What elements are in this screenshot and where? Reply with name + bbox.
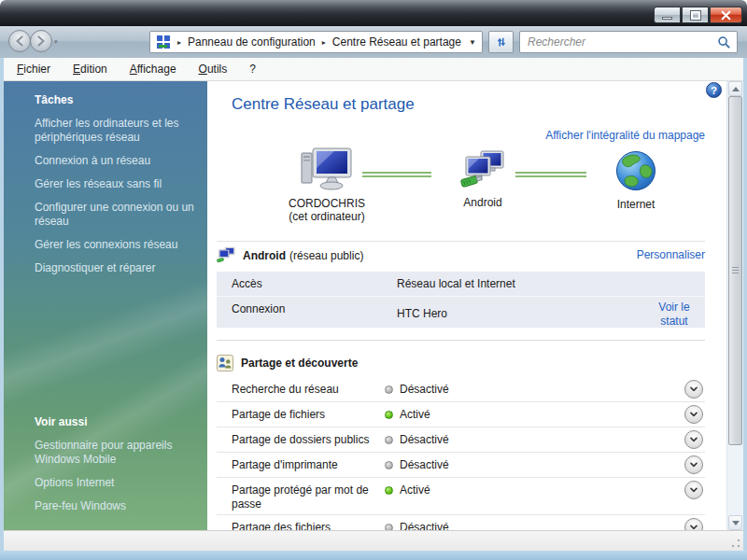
scrollbar-thumb[interactable] [728,96,742,445]
sharing-row-status: Désactivé [400,458,449,471]
menu-help[interactable]: ? [249,63,256,76]
sidebar-item-connect-network[interactable]: Connexion à un réseau [35,154,196,168]
map-node-label: Internet [571,198,701,211]
sidebar-item-setup-connection[interactable]: Configurer une connexion ou un réseau [35,201,196,229]
navigation-bar: ▾ ▸ Panneau de configuration ▸ Centre Ré… [0,26,747,58]
access-row: Accès Réseau local et Internet [217,272,705,297]
expand-button[interactable] [684,481,703,499]
sharing-row-password-protected: Partage protégé par mot de passe Activé [217,478,705,515]
menu-bar: Fichier Edition Affichage Outils ? [4,58,743,81]
access-value: Réseau local et Internet [397,272,705,296]
connection-label: Connexion [217,297,397,328]
sharing-row-label: Recherche du réseau [217,377,385,397]
breadcrumb-arrow-icon: ▸ [322,38,326,47]
menu-edition[interactable]: Edition [73,63,107,76]
address-bar[interactable]: ▸ Panneau de configuration ▸ Centre Rése… [149,31,483,53]
status-dot-icon [385,385,393,394]
sharing-row-label: Partage de fichiers [217,402,385,422]
sidebar-item-internet-options[interactable]: Options Internet [35,476,196,490]
section-divider [217,241,705,242]
forward-button[interactable] [30,30,52,52]
chevron-down-icon [688,484,699,496]
page-title: Centre Réseau et partage [232,95,415,114]
chevron-down-icon [688,409,699,420]
back-arrow-icon [14,35,25,47]
scroll-down-button[interactable] [728,515,742,530]
address-dropdown-icon[interactable]: ▼ [469,38,476,47]
vertical-scrollbar[interactable] [726,81,743,530]
sharing-row-printer: Partage d'imprimante Désactivé [217,453,705,478]
expand-button[interactable] [684,455,703,474]
search-icon[interactable] [717,35,731,49]
control-panel-icon [156,35,171,49]
status-bar [4,530,743,551]
window-bottom-frame [0,551,747,560]
access-label: Accès [217,272,397,296]
search-input[interactable] [526,35,717,49]
expand-button[interactable] [684,430,703,449]
back-button[interactable] [8,30,31,52]
status-dot-icon [385,436,393,444]
sidebar-item-diagnose-repair[interactable]: Diagnostiquer et réparer [35,261,196,275]
sharing-row-status: Désactivé [400,521,449,530]
see-also-header: Voir aussi [35,415,196,428]
sidebar-item-windows-firewall[interactable]: Pare-feu Windows [35,499,196,513]
connection-row: Connexion HTC Hero Voir le statut [217,297,705,329]
maximize-button[interactable] [682,7,709,23]
task-pane: Tâches Afficher les ordinateurs et les p… [4,81,207,530]
resize-grip[interactable] [730,538,741,549]
forward-arrow-icon [35,35,47,47]
view-status-link[interactable]: Voir le statut [647,301,701,329]
network-mini-icon [217,246,235,264]
sharing-row-status: Désactivé [400,433,449,446]
map-node-sublabel: (cet ordinateur) [252,210,402,223]
sharing-row-label: Partage protégé par mot de passe [217,478,385,511]
chevron-down-icon [688,434,699,445]
close-icon [721,10,731,21]
sharing-row-status: Désactivé [400,383,449,396]
sidebar-item-manage-connections[interactable]: Gérer les connexions réseau [35,238,196,252]
tasks-header: Tâches [35,93,196,106]
minimize-icon [662,17,672,20]
network-kind: (réseau public) [289,249,363,262]
chevron-down-icon [688,459,699,470]
network-details: Accès Réseau local et Internet Connexion… [217,272,705,329]
expand-button[interactable] [684,518,703,530]
breadcrumb-item-network-center[interactable]: Centre Réseau et partage [332,35,461,49]
close-button[interactable] [710,7,742,23]
section-divider [217,340,705,341]
minimize-button[interactable] [654,7,681,23]
map-node-network[interactable]: Android [417,150,548,209]
sharing-people-icon [217,355,233,371]
status-dot-icon [385,461,393,469]
sidebar-item-manage-wireless[interactable]: Gérer les réseaux sans fil [35,177,196,191]
menu-outils[interactable]: Outils [199,63,228,76]
expand-button[interactable] [684,380,703,399]
scroll-up-button[interactable] [728,81,742,96]
view-full-map-link[interactable]: Afficher l'intégralité du mappage [545,129,705,142]
expand-button[interactable] [684,405,703,424]
menu-affichage[interactable]: Affichage [130,63,176,76]
chevron-down-icon [688,384,699,395]
status-dot-icon [385,524,393,531]
sidebar-item-windows-mobile[interactable]: Gestionnaire pour appareils Windows Mobi… [35,439,196,467]
recent-pages-dropdown[interactable]: ▾ [54,38,58,46]
help-button[interactable]: ? [706,82,722,98]
menu-fichier[interactable]: Fichier [17,63,50,76]
breadcrumb-item-control-panel[interactable]: Panneau de configuration [188,35,316,49]
refresh-button[interactable] [488,31,514,53]
title-bar[interactable] [0,0,747,26]
sharing-row-status: Activé [400,408,430,421]
customize-link[interactable]: Personnaliser [637,248,705,261]
sharing-row-status: Activé [400,483,430,497]
map-node-label: CORDOCHRIS [252,197,402,210]
scroll-down-icon [732,521,740,525]
maximize-icon [691,11,700,20]
chevron-down-icon [688,522,699,530]
map-node-internet[interactable]: Internet [571,150,701,211]
sharing-row-label: Partage des fichiers multimédias [217,515,385,530]
sidebar-item-view-computers[interactable]: Afficher les ordinateurs et les périphér… [35,117,196,145]
map-node-this-computer[interactable]: CORDOCHRIS (cet ordinateur) [252,147,402,223]
network-section-header: Android (réseau public) [217,246,363,264]
search-box [519,31,738,53]
